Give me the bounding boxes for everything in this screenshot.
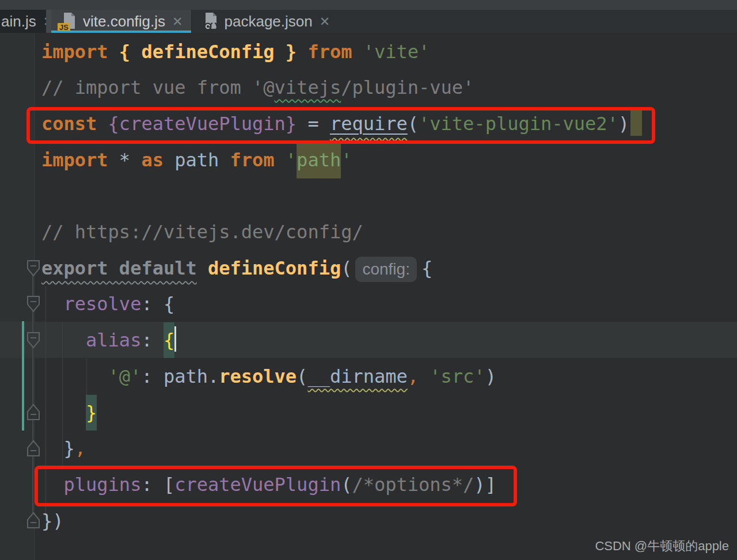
code-token: {	[119, 41, 142, 63]
code-token: vitejs	[275, 77, 341, 98]
code-token: // https://vitejs.dev/config/	[41, 221, 363, 243]
fold-marker[interactable]	[26, 440, 41, 457]
code-token: resolve	[219, 365, 297, 387]
code-line[interactable]: // https://vitejs.dev/config/	[0, 214, 737, 250]
code-token	[275, 149, 286, 171]
code-line[interactable]: resolve: {	[0, 286, 737, 322]
fold-marker[interactable]	[26, 403, 41, 421]
tab-separator	[46, 10, 51, 33]
code-token: import	[41, 41, 108, 63]
code-token	[352, 41, 363, 63]
code-line[interactable]: },	[0, 431, 737, 467]
code-token: .	[208, 365, 219, 387]
tab-vite-config-js[interactable]: JS vite.config.js ✕	[51, 10, 191, 33]
code-token: path	[174, 149, 219, 171]
code-token: export default	[41, 257, 197, 279]
close-icon[interactable]: ✕	[172, 14, 183, 29]
code-line[interactable]: alias: {	[0, 322, 737, 359]
code-token	[41, 365, 108, 387]
code-token: (	[341, 257, 352, 279]
code-token	[108, 41, 119, 63]
code-token: /plugin-vue'	[341, 77, 474, 98]
code-line[interactable]: })	[0, 503, 737, 539]
caret	[174, 326, 176, 352]
code-token	[219, 149, 230, 171]
code-token: __dirname	[307, 365, 407, 387]
code-token: '	[341, 149, 352, 171]
annotation-box	[26, 107, 655, 144]
code-token: }	[86, 402, 97, 424]
code-token	[297, 41, 307, 63]
fold-marker[interactable]	[26, 260, 41, 277]
code-token	[41, 293, 64, 315]
json-file-icon	[201, 12, 219, 31]
code-token: path	[164, 365, 208, 387]
code-line[interactable]: }	[0, 395, 737, 431]
code-token: :	[141, 365, 164, 387]
code-token: config:	[355, 257, 417, 282]
code-token	[41, 329, 86, 351]
code-token: import	[41, 149, 108, 171]
code-token: 'src'	[430, 365, 485, 387]
code-token: }	[64, 437, 75, 459]
ide-window: ain.js ✕ JS vite.config.js ✕	[0, 0, 737, 560]
tab-package-json[interactable]: package.json ✕	[191, 10, 340, 33]
code-line[interactable]: import { defineConfig } from 'vite'	[0, 34, 737, 70]
code-token: {	[164, 293, 174, 315]
code-token: alias	[86, 329, 141, 351]
code-token: :	[141, 293, 164, 315]
code-token: {	[421, 257, 432, 279]
code-editor[interactable]: import { defineConfig } from 'vite'// im…	[0, 33, 737, 560]
tab-label: package.json	[225, 13, 313, 31]
annotation-box	[35, 466, 517, 506]
code-token	[164, 149, 174, 171]
js-file-icon: JS	[59, 12, 78, 31]
editor-tab-bar: ain.js ✕ JS vite.config.js ✕	[0, 10, 737, 33]
code-token: }	[275, 41, 297, 63]
tab-label: ain.js	[1, 13, 36, 31]
code-token: defineConfig	[208, 257, 341, 279]
code-token: ,	[408, 365, 419, 387]
code-token: path	[297, 149, 341, 171]
code-token: from	[230, 149, 275, 171]
code-token: {	[164, 329, 174, 351]
code-token: from	[307, 41, 352, 63]
code-token	[197, 257, 208, 279]
code-token: resolve	[64, 293, 142, 315]
code-token: :	[141, 329, 164, 351]
code-line[interactable]: import * as path from 'path'	[0, 142, 737, 178]
fold-marker[interactable]	[26, 332, 41, 349]
code-token	[130, 149, 141, 171]
tab-main-js[interactable]: ain.js ✕	[0, 10, 46, 33]
code-token: '	[286, 149, 297, 171]
code-token: defineConfig	[141, 41, 274, 63]
code-token	[419, 365, 430, 387]
code-token: 'vite'	[363, 41, 430, 63]
code-token: }	[41, 510, 52, 532]
code-token	[41, 402, 86, 424]
code-line[interactable]: // import vue from '@vitejs/plugin-vue'	[0, 70, 737, 106]
fold-marker[interactable]	[26, 512, 41, 529]
code-token: ,	[75, 437, 86, 459]
code-token: )	[485, 365, 496, 387]
code-token: '@'	[108, 365, 142, 387]
code-token: as	[141, 149, 164, 171]
code-line[interactable]: '@': path.resolve(__dirname, 'src')	[0, 359, 737, 395]
tab-label: vite.config.js	[83, 13, 165, 31]
fold-marker[interactable]	[26, 295, 41, 313]
code-token: // import vue from '@	[41, 77, 275, 98]
watermark: CSDN @牛顿顿的apple	[595, 538, 729, 555]
code-token: )	[52, 510, 63, 532]
code-line[interactable]	[0, 178, 737, 214]
code-token: *	[119, 149, 130, 171]
tab-bar-top-strip	[0, 0, 737, 10]
code-token: (	[297, 365, 307, 387]
code-token	[108, 149, 119, 171]
code-token	[41, 437, 64, 459]
code-line[interactable]: export default defineConfig(config:{	[0, 250, 737, 287]
close-icon[interactable]: ✕	[320, 14, 330, 29]
